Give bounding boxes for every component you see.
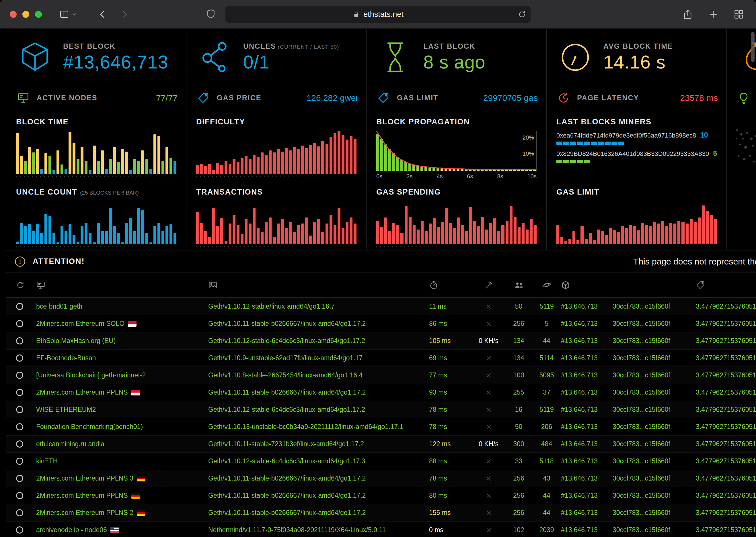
miner-address: 0x829BD824B016326A401d083B33D092293333A8… (556, 150, 709, 158)
mining-inactive-icon (485, 406, 492, 413)
mining-inactive-icon (485, 423, 492, 431)
node-row[interactable]: 2Miners.com Ethereum PPLNS Geth/v1.10.11… (6, 384, 756, 401)
node-status-icon (16, 372, 23, 379)
node-name: Foundation Benchmarking(bench01) (36, 423, 143, 431)
node-total-difficulty: 3.477962715376051e+2 (696, 406, 756, 413)
node-total-difficulty: 3.477962715376051e+2 (696, 457, 756, 465)
country-flag-icon (137, 510, 145, 516)
browser-window: ethstats.net BEST BLOCK #13,646,713 (0, 0, 756, 537)
node-pending: 206 (532, 423, 561, 431)
node-row[interactable]: bce-bnd01-geth Geth/v1.10.12-stable/linu… (6, 298, 756, 315)
forward-arrow-icon (120, 10, 129, 19)
sidebar-toggle-button[interactable] (60, 10, 69, 19)
ethstats-dashboard: BEST BLOCK #13,646,713 UNCLES(CURRENT / … (0, 29, 756, 537)
block-time-chart-title: BLOCK TIME (16, 117, 68, 126)
miner-blocks-bar (556, 142, 717, 145)
mining-column-icon (484, 280, 493, 290)
node-row[interactable]: kinΞTH Geth/v1.10.12-stable-6c4dc6c3/lin… (6, 453, 756, 470)
node-row[interactable]: Foundation Benchmarking(bench01) Geth/v1… (6, 418, 756, 435)
gas-spending-chart (376, 201, 537, 244)
x-axis-tick: 6s (467, 173, 473, 180)
node-pending: 5095 (532, 371, 561, 379)
attention-message: This page does not represent the (633, 257, 756, 267)
node-name: 2Miners.com Ethereum PPLNS (36, 389, 128, 396)
charts-row-2: UNCLE COUNT (25 BLOCKS PER BAR) TRANSACT… (6, 180, 756, 250)
node-client-version: Geth/v1.10.12-stable-6c4dc6c3/linux-amd6… (208, 457, 429, 465)
scrollbar-thumb[interactable] (751, 32, 755, 62)
node-client-version: Geth/v1.10.12-stable/linux-amd64/go1.16.… (208, 303, 429, 310)
x-axis-tick: 10s (527, 173, 537, 180)
node-row[interactable]: EthSolo.MaxHash.org (EU) Geth/v1.10.12-s… (6, 332, 756, 350)
avg-block-time-value: 14.16 s (603, 53, 673, 72)
panel-avg-block-time: AVG BLOCK TIME 14.16 s (547, 29, 727, 86)
node-row[interactable]: 2Miners.com Ethereum PPLNS 2 Geth/v1.10.… (6, 504, 756, 521)
node-status-icon (16, 406, 23, 413)
node-total-difficulty: 3.477962715376051e+2 (696, 354, 756, 362)
node-latency: 11 ms (429, 303, 472, 310)
block-propagation-chart: 20% 10% (376, 131, 537, 171)
node-status-icon (16, 440, 23, 448)
node-row[interactable]: WISE-ETHEREUM2 Geth/v1.10.12-stable-6c4d… (6, 401, 756, 418)
gas-price-value: 126.282 gwei (307, 93, 358, 103)
gas-limit-label: GAS LIMIT (397, 94, 483, 102)
sidebar-chevron-button[interactable] (71, 11, 77, 18)
node-peers: 50 (505, 423, 532, 431)
node-name: archivenode.io - node06 (36, 526, 107, 534)
tab-overview-button[interactable] (734, 9, 744, 20)
node-total-difficulty: 3.477962715376051e+2 (696, 475, 756, 482)
miner-entry: 0xea674fdde714fd979de3edf0f56aa9716b898e… (556, 131, 717, 145)
node-row[interactable]: [Universa Blockchain] geth-mainnet-2 Get… (6, 367, 756, 384)
node-status-icon (16, 492, 23, 499)
close-window-button[interactable] (10, 11, 17, 18)
panel-gas-limit: GAS LIMIT 29970705 gas (367, 86, 547, 110)
node-block-number: #13,646,713 (561, 303, 613, 310)
mining-inactive-icon (485, 458, 492, 465)
node-pending: 2039 (532, 526, 561, 534)
node-name: 2Miners.com Ethereum SOLO (36, 320, 124, 328)
node-pending: 484 (532, 440, 561, 448)
price-tag-icon (197, 92, 209, 104)
panel-difficulty-chart: DIFFICULTY (186, 110, 367, 180)
minimize-window-button[interactable] (22, 11, 29, 18)
shield-icon (206, 9, 216, 19)
privacy-shield-button[interactable] (206, 9, 216, 19)
node-row[interactable]: EF-Bootnode-Busan Geth/v1.10.9-unstable-… (6, 350, 756, 367)
node-status-icon (16, 458, 23, 465)
country-flag-icon (131, 390, 140, 395)
node-name: 2Miners.com Ethereum PPLNS (36, 492, 128, 499)
node-name: 2Miners.com Ethereum PPLNS 3 (36, 475, 133, 482)
node-status-icon (16, 354, 23, 362)
node-total-difficulty: 3.477962715376051e+2 (696, 440, 756, 448)
address-bar[interactable]: ethstats.net (225, 6, 531, 22)
pending-column-icon (542, 280, 551, 290)
node-peers: 134 (505, 337, 532, 345)
node-row[interactable]: eth.icanmining.ru aridia Geth/v1.10.11-s… (6, 435, 756, 453)
node-pending: 5119 (532, 303, 561, 310)
node-pending: 44 (532, 509, 561, 516)
node-client-version: Geth/v1.10.11-stable-b0266667/linux-amd6… (208, 475, 429, 482)
node-status-icon (16, 509, 23, 516)
node-latency: 105 ms (429, 337, 472, 345)
reload-button[interactable] (518, 10, 526, 18)
block-column-icon (561, 280, 570, 290)
node-block-number: #13,646,713 (561, 371, 613, 379)
node-status-icon (16, 320, 23, 327)
back-button[interactable] (98, 10, 107, 19)
gas-spending-chart-title: GAS SPENDING (376, 188, 441, 196)
forward-button[interactable] (120, 10, 129, 19)
node-row[interactable]: archivenode.io - node06 Nethermind/v1.11… (6, 521, 756, 537)
panel-gas-price: GAS PRICE 126.282 gwei (186, 86, 367, 110)
window-controls (10, 11, 42, 18)
node-row[interactable]: 2Miners.com Ethereum PPLNS 3 Geth/v1.10.… (6, 470, 756, 487)
mining-inactive-icon (485, 354, 492, 362)
share-button[interactable] (683, 9, 693, 20)
difficulty-chart (196, 131, 356, 174)
zoom-window-button[interactable] (35, 11, 42, 18)
panel-block-propagation-chart: BLOCK PROPAGATION 20% 10% 0s 2s 4s 6s 8s… (367, 110, 547, 180)
node-pending: 43 (532, 475, 561, 482)
new-tab-button[interactable] (708, 10, 718, 19)
node-row[interactable]: 2Miners.com Ethereum PPLNS Geth/v1.10.11… (6, 487, 756, 504)
panel-gas-limit-chart: GAS LIMIT (547, 180, 727, 250)
node-row[interactable]: 2Miners.com Ethereum SOLO Geth/v1.10.11-… (6, 315, 756, 332)
node-peers: 300 (505, 440, 532, 448)
